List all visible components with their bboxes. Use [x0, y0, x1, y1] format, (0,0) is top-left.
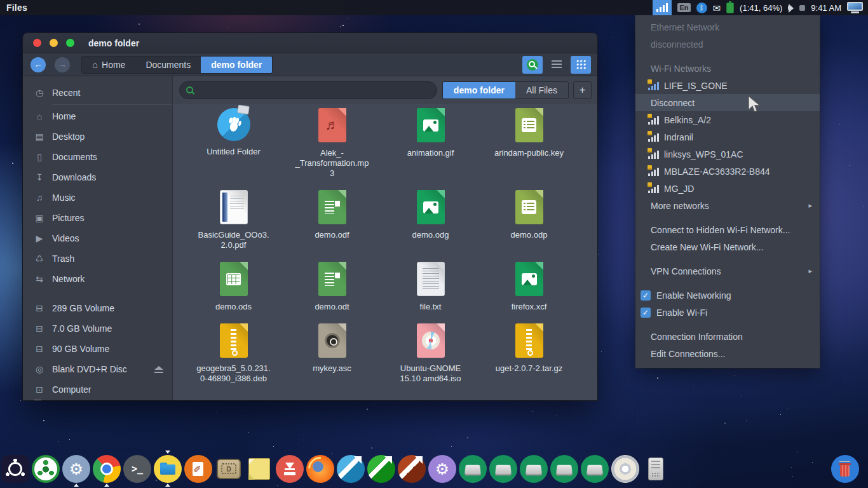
file-item[interactable]: demo.odf	[283, 190, 381, 240]
file-item[interactable]: file.txt	[381, 262, 480, 312]
dock-item-text-editor[interactable]	[184, 455, 212, 483]
dock-item-volume-drive-4[interactable]	[550, 455, 578, 483]
dock-item-disk-utility-red[interactable]	[398, 455, 426, 483]
file-item[interactable]: arindam-public.key	[480, 108, 578, 158]
dock-item-optical-disc[interactable]	[611, 455, 639, 483]
menu-item-connect-to-hidden-wi-fi-network[interactable]: Connect to Hidden Wi-Fi Network...	[635, 221, 820, 238]
forward-button[interactable]: →	[55, 57, 70, 72]
dock-item-file-manager[interactable]	[154, 455, 182, 483]
file-item[interactable]: animation.gif	[381, 108, 480, 158]
menu-item-belkins-a-2[interactable]: Belkins_A/2	[635, 111, 820, 128]
file-item[interactable]: firefox.xcf	[480, 262, 578, 312]
menu-item-connection-information[interactable]: Connection Information	[635, 328, 820, 345]
dock-item-tweak-tool[interactable]: ⚙	[428, 455, 456, 483]
minimize-button[interactable]	[50, 39, 58, 47]
file-item[interactable]: uget-2.0.7-2.tar.gz	[480, 323, 578, 374]
breadcrumb-demo-folder[interactable]: demo folder	[201, 57, 272, 73]
display-icon[interactable]	[847, 2, 863, 13]
battery-icon[interactable]	[726, 3, 734, 13]
menu-item-enable-networking[interactable]: ✓Enable Networking	[635, 287, 820, 304]
star	[21, 225, 22, 226]
menu-item-create-new-wi-fi-network[interactable]: Create New Wi-Fi Network...	[635, 238, 820, 255]
menu-item-edit-connections[interactable]: Edit Connections...	[635, 345, 820, 362]
volume-icon[interactable]	[788, 4, 796, 12]
menu-item-mg-jd[interactable]: MG_JD	[635, 180, 820, 197]
file-item[interactable]: Ubuntu-GNOME 15.10 amd64.iso	[381, 323, 480, 384]
sidebar-item-music[interactable]: ♫Music	[23, 187, 172, 208]
titlebar[interactable]: demo folder	[23, 33, 597, 53]
dock-item-archive-drawer[interactable]	[215, 455, 243, 483]
sidebar-item-desktop[interactable]: ▤Desktop	[23, 126, 172, 147]
search-input[interactable]	[179, 81, 437, 99]
dock-item-chrome-browser[interactable]	[93, 455, 121, 483]
menu-item-disconnect[interactable]: Disconnect	[635, 94, 820, 111]
sidebar-item-pictures[interactable]: ▣Pictures	[23, 208, 172, 228]
checkbox-icon[interactable]: ✓	[641, 290, 651, 301]
filter-tab-all-files[interactable]: All Files	[515, 82, 568, 98]
clock[interactable]: 9:41 AM	[811, 3, 841, 13]
dock-item-disk-utility-blue[interactable]	[337, 455, 365, 483]
bluetooth-icon[interactable]: ᛒ	[696, 3, 707, 13]
dock-item-disk-utility-green[interactable]	[367, 455, 395, 483]
back-button[interactable]: ←	[31, 57, 46, 72]
grid-view-button[interactable]	[571, 56, 591, 74]
file-item[interactable]: Untitled Folder	[184, 108, 283, 157]
dock-item-volume-drive-1[interactable]	[459, 455, 487, 483]
menu-item-more-networks[interactable]: More networks▸	[635, 197, 820, 214]
menu-item-life-is-gone[interactable]: LIFE_IS_GONE	[635, 77, 820, 94]
dock-item-firefox-browser[interactable]	[306, 455, 334, 483]
dock-item-package-installer[interactable]	[276, 455, 304, 483]
file-item[interactable]: ♬Alek_-_Transformation.mp3	[283, 108, 381, 179]
dock-item-volume-drive-3[interactable]	[520, 455, 548, 483]
file-item[interactable]: BasicGuide_OOo3.2.0.pdf	[184, 190, 283, 250]
maximize-button[interactable]	[66, 39, 74, 47]
dock-item-volume-drive-5[interactable]	[581, 455, 609, 483]
checkbox-icon[interactable]: ✓	[641, 308, 651, 318]
sidebar-item-289-gb-volume[interactable]: ⊟289 GB Volume	[23, 298, 172, 318]
sidebar-item-network[interactable]: ⇆Network	[23, 269, 172, 289]
sidebar-item-downloads[interactable]: ↧Downloads	[23, 167, 172, 187]
breadcrumb-home[interactable]: ⌂ Home	[82, 57, 135, 73]
sidebar-item-videos[interactable]: ▶Videos	[23, 228, 172, 248]
sidebar-item-home[interactable]: ⌂Home	[23, 106, 172, 126]
sidebar-item-7-0-gb-volume[interactable]: ⊟7.0 GB Volume	[23, 318, 172, 339]
file-item[interactable]: geogebra5_5.0.231.0-46890_i386.deb	[184, 323, 283, 384]
file-item[interactable]: demo.odt	[283, 262, 381, 312]
dock-item-ubuntu-launcher[interactable]	[1, 455, 29, 483]
menu-item-mblaze-ac3633r2-b844[interactable]: MBLAZE-AC3633R2-B844	[635, 163, 820, 180]
file-item[interactable]: demo.odp	[480, 190, 578, 240]
list-view-icon[interactable]	[552, 60, 562, 69]
dock-item-sticky-notes[interactable]	[245, 455, 273, 483]
sidebar-item-computer[interactable]: ⊡Computer	[23, 379, 172, 400]
menu-item-vpn-connections[interactable]: VPN Connections▸	[635, 262, 820, 280]
menu-item-enable-wi-fi[interactable]: ✓Enable Wi-Fi	[635, 304, 820, 321]
network-indicator-icon[interactable]	[653, 0, 672, 15]
add-filter-button[interactable]: +	[573, 81, 592, 99]
battery-status[interactable]: (1:41, 64%)	[740, 3, 782, 13]
dock-item-green-browser[interactable]	[32, 455, 60, 483]
dock-item-terminal[interactable]: >_	[123, 455, 151, 483]
sidebar-item-90-gb-volume[interactable]: ⊟90 GB Volume	[23, 339, 172, 359]
dock-item-system-settings[interactable]: ⚙	[62, 455, 90, 483]
breadcrumb-documents[interactable]: Documents	[135, 57, 201, 73]
dock-item-computer-tower[interactable]	[642, 455, 670, 483]
filter-tab-demo-folder[interactable]: demo folder	[443, 82, 515, 98]
sidebar-item-documents[interactable]: ▯Documents	[23, 147, 172, 167]
dock-item-trash-full[interactable]	[831, 455, 859, 483]
sidebar-item-clipped[interactable]	[23, 400, 172, 400]
file-item[interactable]: demo.odg	[381, 190, 480, 240]
sidebar-item-recent[interactable]: ◷Recent	[23, 83, 172, 103]
menu-item-indranil[interactable]: Indranil	[635, 128, 820, 146]
file-name: geogebra5_5.0.231.0-46890_i386.deb	[196, 363, 271, 384]
mail-icon[interactable]: ✉	[713, 3, 721, 13]
keyboard-layout-indicator[interactable]: En	[677, 3, 690, 12]
eject-icon[interactable]	[154, 366, 163, 373]
file-item[interactable]: demo.ods	[184, 262, 283, 312]
sidebar-item-trash[interactable]: ♺Trash	[23, 248, 172, 269]
close-button[interactable]	[33, 39, 41, 47]
menu-item-linksys-wps-01ac[interactable]: linksys_WPS_01AC	[635, 146, 820, 163]
file-item[interactable]: mykey.asc	[283, 323, 381, 374]
search-toggle-button[interactable]	[522, 56, 543, 74]
sidebar-item-blank-dvd-r-disc[interactable]: ◎Blank DVD+R Disc	[23, 359, 172, 379]
dock-item-volume-drive-2[interactable]	[489, 455, 517, 483]
